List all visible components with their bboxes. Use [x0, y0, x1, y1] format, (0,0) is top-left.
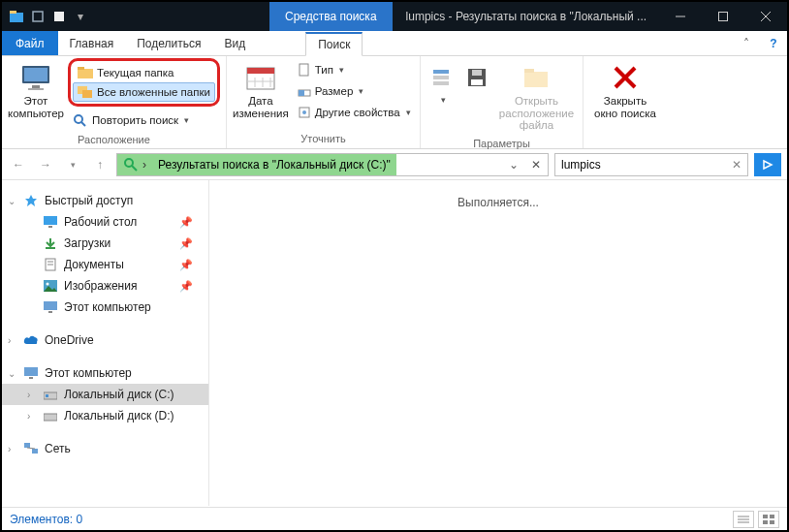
ribbon-collapse-button[interactable]: ˄ [733, 31, 760, 55]
this-pc-button[interactable]: Этот компьютер [6, 58, 66, 123]
properties-icon [298, 106, 311, 119]
nav-forward-button[interactable]: → [35, 154, 56, 175]
tab-view[interactable]: Вид [212, 31, 257, 55]
qat-item-icon[interactable] [50, 8, 68, 25]
item-count: Элементов: 0 [10, 513, 82, 526]
chevron-down-icon: ▾ [184, 115, 189, 125]
all-subfolders-button[interactable]: Все вложенные папки [73, 82, 215, 102]
nav-back-button[interactable]: ← [8, 154, 29, 175]
tree-quick-access[interactable]: ⌄ Быстрый доступ [2, 190, 208, 211]
address-bar[interactable]: › Результаты поиска в "Локальный диск (C… [116, 153, 549, 176]
stop-refresh-button[interactable]: ✕ [524, 158, 548, 172]
close-search-button[interactable]: Закрыть окно поиска [587, 58, 663, 123]
svg-rect-3 [54, 12, 64, 21]
svg-rect-56 [44, 414, 57, 421]
svg-rect-5 [719, 13, 728, 21]
explorer-icon [8, 8, 25, 25]
current-folder-button[interactable]: Текущая папка [73, 63, 215, 82]
size-button[interactable]: Размер▾ [293, 81, 416, 101]
clear-search-icon[interactable]: ✕ [732, 158, 742, 172]
folder-open-icon [521, 62, 552, 93]
tab-file[interactable]: Файл [2, 31, 58, 55]
chevron-down-icon[interactable]: ⌄ [8, 368, 16, 379]
thumbnails-view-button[interactable] [758, 511, 779, 528]
search-results-icon: › [117, 154, 152, 175]
svg-marker-41 [25, 195, 37, 206]
svg-line-17 [81, 122, 85, 126]
chevron-down-icon: ▾ [441, 95, 446, 105]
tree-pictures[interactable]: Изображения 📌 [2, 275, 208, 297]
title-bar: ▾ Средства поиска lumpics - Результаты п… [2, 2, 787, 31]
svg-rect-26 [299, 90, 304, 96]
tree-label: Рабочий стол [64, 215, 137, 229]
svg-rect-31 [433, 81, 449, 85]
search-again-button[interactable]: Повторить поиск ▾ [68, 110, 220, 130]
tree-documents[interactable]: Документы 📌 [2, 254, 208, 275]
chevron-down-icon[interactable]: ⌄ [8, 196, 16, 206]
tree-network[interactable]: › Сеть [2, 438, 208, 459]
context-tab-search-tools: Средства поиска [269, 2, 393, 31]
chevron-down-icon: ▾ [339, 65, 344, 75]
address-dropdown[interactable]: ⌄ [503, 154, 524, 175]
tree-label: OneDrive [45, 333, 94, 347]
monitor-icon [20, 62, 51, 93]
svg-rect-0 [10, 13, 23, 22]
ribbon: Этот компьютер Текущая папка Все вложенн… [2, 56, 787, 149]
desktop-icon [43, 214, 58, 230]
type-button[interactable]: Тип▾ [293, 60, 416, 79]
star-icon [23, 193, 39, 208]
qat-item-icon[interactable] [29, 8, 47, 25]
search-again-label: Повторить поиск [92, 114, 178, 126]
svg-rect-24 [300, 64, 308, 76]
svg-point-49 [47, 283, 49, 286]
calendar-icon [245, 62, 276, 93]
tab-share[interactable]: Поделиться [125, 31, 212, 55]
svg-rect-1 [10, 11, 16, 14]
svg-rect-29 [433, 70, 449, 74]
ribbon-tabs: Файл Главная Поделиться Вид Поиск ˄ ? [2, 31, 787, 56]
chevron-down-icon: ▾ [359, 86, 363, 96]
date-modified-button[interactable]: Дата изменения [231, 58, 291, 123]
content-pane[interactable]: Выполняется... [209, 180, 787, 506]
save-search-button[interactable] [459, 58, 494, 97]
monitor-small-icon [43, 299, 58, 315]
svg-rect-35 [524, 72, 548, 87]
nav-up-button[interactable]: ↑ [89, 154, 110, 175]
tree-label: Локальный диск (C:) [64, 388, 174, 401]
chevron-down-icon: ▾ [406, 108, 411, 117]
help-button[interactable]: ? [760, 31, 787, 55]
navigation-pane[interactable]: ⌄ Быстрый доступ Рабочий стол 📌 Загрузки… [2, 180, 209, 506]
maximize-button[interactable] [702, 2, 744, 31]
chevron-right-icon[interactable]: › [27, 390, 30, 400]
close-button[interactable] [744, 2, 787, 31]
details-view-button[interactable] [733, 511, 754, 528]
search-input[interactable] [561, 158, 732, 172]
tree-disk-d[interactable]: › Локальный диск (D:) [2, 405, 208, 426]
tab-search[interactable]: Поиск [305, 32, 363, 56]
chevron-right-icon[interactable]: › [27, 411, 30, 422]
highlight-annotation: Текущая папка Все вложенные папки [68, 58, 220, 107]
tab-home[interactable]: Главная [58, 31, 126, 55]
breadcrumb-text[interactable]: Результаты поиска в "Локальный диск (C:)… [158, 158, 391, 172]
downloads-icon [43, 235, 58, 251]
svg-rect-63 [763, 515, 768, 518]
svg-rect-57 [24, 443, 30, 448]
svg-rect-50 [44, 301, 57, 310]
chevron-right-icon[interactable]: › [8, 335, 11, 346]
dropdown-icon[interactable]: ▾ [72, 8, 89, 25]
tree-this-pc-qa[interactable]: Этот компьютер [2, 297, 208, 318]
tree-desktop[interactable]: Рабочий стол 📌 [2, 211, 208, 233]
tree-downloads[interactable]: Загрузки 📌 [2, 233, 208, 254]
other-properties-button[interactable]: Другие свойства▾ [293, 103, 416, 122]
tree-disk-c[interactable]: › Локальный диск (C:) [2, 384, 208, 405]
minimize-button[interactable] [659, 2, 702, 31]
search-box[interactable]: ✕ [554, 153, 748, 176]
recent-searches-button[interactable]: ▾ [425, 58, 459, 109]
tree-onedrive[interactable]: › OneDrive [2, 329, 208, 351]
size-label: Размер [315, 85, 354, 97]
save-icon [461, 62, 492, 93]
chevron-right-icon[interactable]: › [8, 444, 11, 454]
search-go-button[interactable] [754, 153, 781, 176]
tree-this-pc[interactable]: ⌄ Этот компьютер [2, 362, 208, 384]
nav-history-button[interactable]: ▾ [62, 154, 83, 175]
